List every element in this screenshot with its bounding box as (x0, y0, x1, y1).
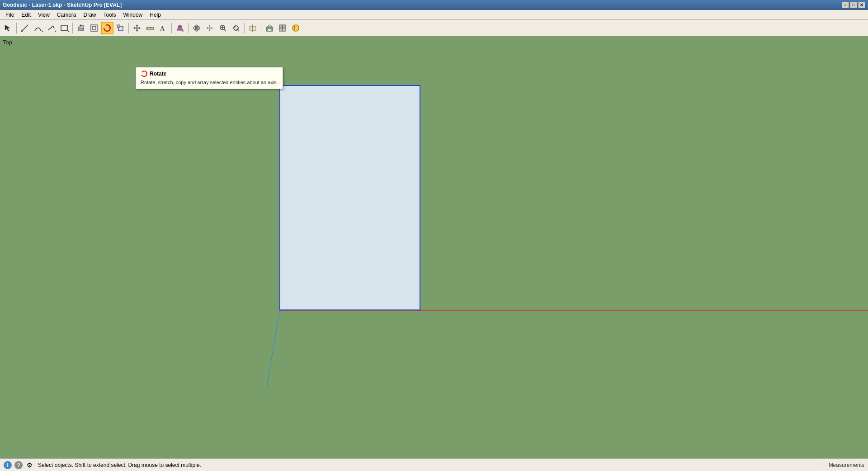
minimize-button[interactable]: − (842, 2, 849, 8)
status-bar: i ? ⚙ Select objects. Shift to extend se… (0, 458, 868, 471)
menu-help[interactable]: Help (146, 10, 165, 19)
svg-text:A: A (160, 25, 165, 32)
toolbar-separator-7 (261, 23, 261, 33)
svg-marker-43 (266, 25, 273, 28)
svg-rect-14 (117, 25, 120, 28)
drawing-rectangle (279, 85, 420, 310)
svg-text:!: ! (294, 26, 295, 31)
select-tool-button[interactable] (2, 22, 14, 34)
svg-point-11 (104, 25, 110, 31)
components-button[interactable] (276, 22, 289, 34)
menu-edit[interactable]: Edit (18, 10, 34, 19)
toolbar: ▾ ▾ ▾ (0, 20, 868, 36)
move-tool-button[interactable] (131, 22, 143, 34)
pushpull-tool-button[interactable] (75, 22, 87, 34)
menu-file[interactable]: File (2, 10, 18, 19)
canvas-area[interactable]: Top Rotate Rotate, stretch, copy and arr… (0, 36, 868, 458)
toolbar-separator-1 (16, 23, 17, 33)
statusbar-left: i ? ⚙ Select objects. Shift to extend se… (4, 461, 201, 469)
tooltip-popup: Rotate Rotate, stretch, copy and array s… (136, 67, 283, 89)
svg-line-1 (22, 25, 28, 31)
svg-rect-44 (268, 29, 271, 31)
toolbar-separator-2 (72, 23, 73, 33)
svg-rect-21 (146, 27, 154, 30)
measurements-label: Measurements (824, 462, 864, 468)
section-plane-button[interactable] (246, 22, 259, 34)
svg-marker-18 (136, 30, 138, 32)
svg-rect-4 (61, 26, 67, 30)
svg-marker-19 (133, 27, 135, 29)
svg-marker-20 (139, 27, 141, 29)
settings-icon[interactable]: ⚙ (25, 461, 33, 469)
window-title: Geodesic - Laser-1.skp - SketchUp Pro [E… (3, 2, 122, 8)
svg-point-31 (196, 27, 198, 29)
zoom-extents-button[interactable] (230, 22, 242, 34)
menu-view[interactable]: View (34, 10, 53, 19)
freehand-tool-button[interactable]: ▾ (45, 22, 57, 34)
svg-marker-38 (234, 26, 236, 28)
toolbar-separator-3 (128, 23, 129, 33)
menu-camera[interactable]: Camera (53, 10, 80, 19)
extension-button[interactable]: ! (289, 22, 302, 34)
svg-rect-47 (279, 28, 283, 31)
svg-rect-9 (91, 25, 97, 31)
tape-measure-button[interactable] (144, 22, 156, 34)
close-button[interactable]: ✕ (858, 2, 865, 8)
status-text: Select objects. Shift to extend select. … (38, 462, 201, 468)
view-label: Top (3, 39, 12, 46)
toolbar-separator-6 (244, 23, 245, 33)
warehouse-button[interactable] (263, 22, 276, 34)
rotate-icon (141, 70, 148, 77)
line-tool-button[interactable] (19, 22, 31, 34)
svg-rect-27 (179, 25, 181, 27)
tooltip-title: Rotate (141, 70, 278, 77)
window-controls[interactable]: − □ ✕ (842, 2, 865, 8)
menu-draw[interactable]: Draw (80, 10, 100, 19)
toolbar-separator-5 (188, 23, 189, 33)
menu-bar: File Edit View Camera Draw Tools Window … (0, 10, 868, 20)
svg-rect-45 (279, 25, 283, 28)
toolbar-separator-4 (171, 23, 172, 33)
svg-marker-17 (136, 24, 138, 26)
tooltip-body: Rotate, stretch, copy and array selected… (141, 79, 278, 86)
menu-window[interactable]: Window (120, 10, 146, 19)
svg-point-28 (182, 30, 184, 32)
svg-point-51 (142, 71, 147, 76)
rotate-tool-button[interactable] (101, 22, 113, 34)
title-bar: Geodesic - Laser-1.skp - SketchUp Pro [E… (0, 0, 868, 10)
rectangle-tool-button[interactable]: ▾ (58, 22, 71, 34)
text-tool-button[interactable]: A (157, 22, 170, 34)
paint-bucket-button[interactable] (174, 22, 186, 34)
svg-point-2 (21, 30, 23, 32)
svg-marker-0 (5, 25, 10, 31)
pan-button[interactable] (203, 22, 216, 34)
zoom-button[interactable] (217, 22, 229, 34)
help-icon[interactable]: ? (14, 461, 23, 469)
orbit-button[interactable] (190, 22, 203, 34)
svg-rect-46 (283, 25, 286, 28)
svg-rect-48 (283, 28, 286, 31)
arc-tool-button[interactable]: ▾ (32, 22, 44, 34)
info-icon[interactable]: i (4, 461, 12, 469)
svg-line-33 (224, 29, 226, 31)
offset-tool-button[interactable] (88, 22, 100, 34)
menu-tools[interactable]: Tools (100, 10, 120, 19)
maximize-button[interactable]: □ (850, 2, 857, 8)
scale-tool-button[interactable] (114, 22, 127, 34)
blue-axis-line (267, 310, 279, 388)
svg-line-37 (238, 30, 239, 31)
svg-marker-39 (236, 28, 238, 30)
canvas-svg (0, 36, 868, 458)
svg-rect-10 (92, 26, 96, 30)
